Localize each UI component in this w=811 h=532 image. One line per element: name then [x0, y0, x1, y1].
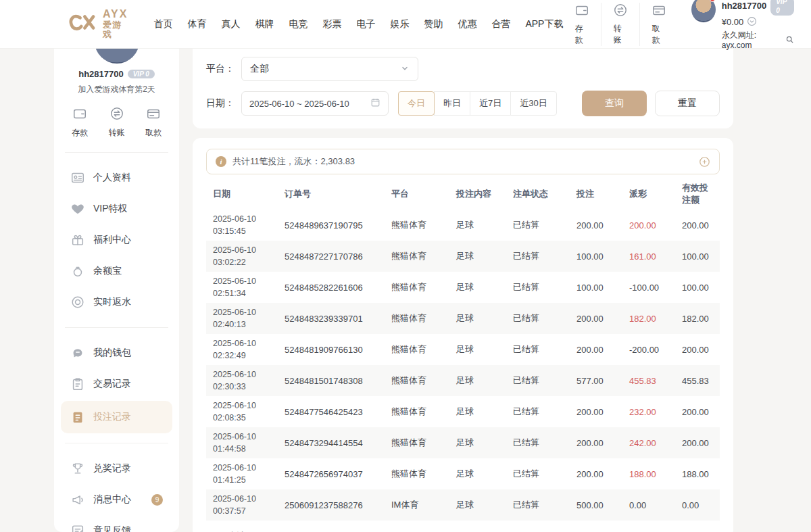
withdraw-button[interactable]: 取款 — [145, 106, 162, 139]
range-button-yesterday[interactable]: 昨日 — [434, 91, 470, 116]
sidebar-item-transaction-records[interactable]: 交易记录 — [54, 368, 179, 400]
cell-bet-content: 足球 — [456, 374, 513, 387]
cell-datetime: 2025-06-1001:41:25 — [213, 462, 285, 486]
sidebar-item-feedback[interactable]: 意见反馈 — [54, 515, 179, 532]
brand-logo[interactable]: AYX 爱游戏 — [68, 9, 128, 39]
cell-bet-content: 足球 — [456, 312, 513, 324]
date-range-input[interactable]: 2025-06-10 ~ 2025-06-10 — [241, 91, 389, 116]
heart-icon — [70, 201, 85, 216]
wallet-icon — [72, 106, 87, 124]
user-block[interactable]: hh2817700 VIP 0 ¥0.00 永久网址: ayx.com — [691, 0, 793, 51]
column-header: 平台 — [391, 188, 456, 200]
cell-valid-amount: 455.83 — [682, 376, 713, 386]
cell-bet-amount: 577.00 — [576, 376, 629, 386]
cell-datetime: 2025-06-1003:15:45 — [213, 213, 285, 237]
table-row: 2025-06-1001:44:58 5248473294414554 熊猫体育… — [206, 427, 720, 458]
cell-valid-amount: 100.00 — [682, 283, 713, 293]
cell-datetime: 2025-06-1002:51:34 — [213, 275, 285, 299]
divider — [65, 152, 168, 153]
table-row: 2025-06-1002:32:49 5248481909766130 熊猫体育… — [206, 334, 720, 365]
chevron-down-circle-icon[interactable] — [747, 16, 757, 30]
range-button-last-7-days[interactable]: 近7日 — [470, 91, 511, 116]
cell-status: 已结算 — [513, 374, 576, 387]
table-row: 2025-06-1002:30:33 5248481501748308 熊猫体育… — [206, 365, 720, 396]
gift-icon — [70, 233, 85, 247]
sidebar-item-redeem-records[interactable]: 兑奖记录 — [54, 453, 179, 484]
nav-item-sponsorship[interactable]: 赞助 — [424, 18, 443, 30]
cell-bet-content: 足球 — [456, 343, 513, 356]
cell-valid-amount: 182.00 — [682, 314, 713, 324]
sidebar-item-my-wallet[interactable]: 我的钱包 — [54, 337, 179, 368]
deposit-button[interactable]: 存款 — [563, 3, 601, 46]
cell-datetime: 2025-06-1002:08:35 — [213, 400, 285, 424]
cell-valid-amount: 200.00 — [682, 220, 713, 231]
cell-bet-content: 足球 — [456, 406, 513, 418]
header-quick-actions: 存款 转账 取款 — [563, 3, 678, 46]
sidebar-item-betting-records[interactable]: 投注记录 — [61, 401, 172, 433]
nav-item-card-games[interactable]: 棋牌 — [255, 18, 274, 30]
transfer-button[interactable]: 转账 — [601, 3, 639, 46]
notification-dot — [710, 0, 715, 2]
table-row: 2025-06-1003:15:45 5248489637190795 熊猫体育… — [206, 210, 720, 241]
cell-platform: 熊猫体育 — [391, 406, 456, 418]
cell-valid-amount: 100.00 — [682, 251, 713, 262]
range-button-last-30-days[interactable]: 近30日 — [510, 91, 556, 116]
deposit-button[interactable]: 存款 — [72, 106, 88, 139]
piggy-icon — [70, 345, 85, 360]
brand-name-en: AYX — [103, 9, 128, 20]
summary-bar: i 共计11笔投注，流水：2,303.83 — [206, 149, 720, 174]
transfer-button[interactable]: 转账 — [109, 106, 125, 139]
sidebar-item-welfare-center[interactable]: 福利中心 — [54, 224, 179, 256]
cell-valid-amount: 0.00 — [682, 500, 713, 510]
table-row: 2025-06-1001:41:25 5248472656974037 熊猫体育… — [206, 458, 720, 489]
nav-item-esports[interactable]: 电竞 — [289, 18, 308, 30]
sidebar-item-realtime-rebate[interactable]: 实时返水 — [54, 287, 179, 318]
cell-order-no: 5248481501748308 — [285, 376, 391, 386]
brand-name-cn: 爱游戏 — [103, 20, 128, 39]
cell-order-no: 5248472656974037 — [285, 469, 391, 479]
cell-bet-amount: 200.00 — [576, 407, 629, 417]
plus-circle-icon[interactable] — [699, 156, 710, 168]
range-button-today[interactable]: 今日 — [398, 91, 435, 116]
cell-payout: -100.00 — [629, 283, 682, 293]
nav-item-promotions[interactable]: 优惠 — [458, 18, 476, 30]
nav-item-entertainment[interactable]: 娱乐 — [390, 18, 409, 30]
column-header: 有效投注额 — [682, 182, 713, 206]
transfer-icon — [109, 106, 124, 124]
cell-order-no: 5248485282261606 — [285, 283, 391, 293]
nav-item-slots[interactable]: 电子 — [356, 18, 375, 30]
cell-datetime: 2025-06-1002:30:33 — [213, 368, 285, 393]
nav-item-live-casino[interactable]: 真人 — [221, 18, 240, 30]
profile-avatar[interactable] — [95, 49, 139, 64]
sidebar-item-message-center[interactable]: 消息中心9 — [54, 484, 179, 515]
cell-bet-amount: 500.00 — [576, 500, 629, 510]
platform-filter-label: 平台： — [206, 63, 241, 75]
cell-order-no: 5248487227170786 — [285, 251, 391, 262]
cell-datetime: 2025-06-1001:44:58 — [213, 431, 285, 455]
cell-status: 已结算 — [513, 499, 576, 511]
cell-platform: IM体育 — [391, 499, 456, 511]
search-button[interactable]: 查询 — [582, 91, 647, 116]
platform-select[interactable]: 全部 — [241, 57, 418, 81]
reset-button[interactable]: 重置 — [655, 91, 720, 116]
cell-platform: 熊猫体育 — [391, 250, 456, 262]
trophy-icon — [70, 461, 85, 476]
nav-item-app-download[interactable]: APP下载 — [525, 18, 563, 30]
clipboard-icon — [70, 377, 85, 391]
search-icon[interactable] — [785, 35, 794, 47]
nav-item-affiliate[interactable]: 合营 — [491, 18, 510, 30]
cell-status: 已结算 — [513, 468, 576, 480]
nav-item-sports[interactable]: 体育 — [187, 18, 206, 30]
bet-doc-icon — [70, 410, 85, 425]
nav-item-home[interactable]: 首页 — [153, 18, 172, 30]
sidebar-item-profile[interactable]: 个人资料 — [54, 162, 179, 193]
withdraw-button[interactable]: 取款 — [639, 3, 678, 46]
summary-text: 共计11笔投注，流水：2,303.83 — [232, 155, 355, 168]
column-header: 投注 — [576, 188, 629, 200]
avatar[interactable] — [691, 0, 715, 22]
sidebar-item-yuebao[interactable]: 余额宝 — [54, 256, 179, 287]
cell-payout: 188.00 — [629, 469, 682, 479]
sidebar-item-vip-privileges[interactable]: VIP特权 — [54, 193, 179, 224]
nav-item-lottery[interactable]: 彩票 — [322, 18, 341, 30]
date-filter-label: 日期： — [206, 97, 241, 110]
